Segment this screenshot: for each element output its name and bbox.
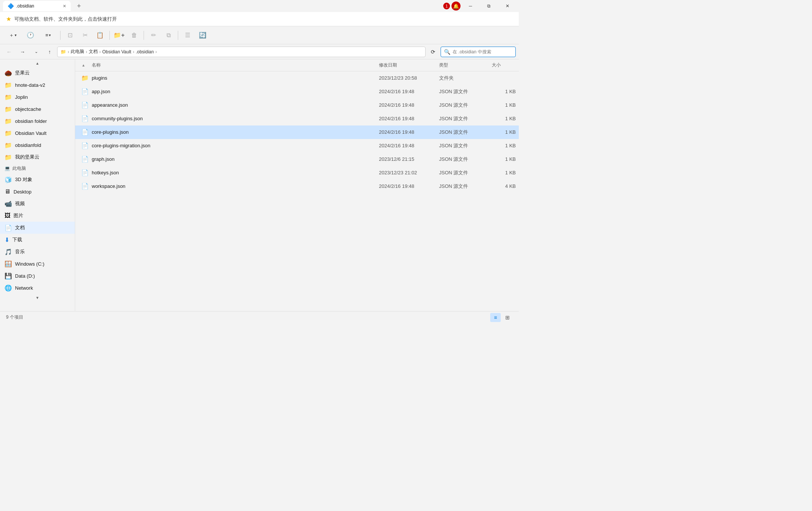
breadcrumb-thispc[interactable]: 此电脑 xyxy=(71,48,84,55)
file-icon: 📄 xyxy=(81,88,89,95)
sidebar-item-obsidianfold[interactable]: 📁 obsidianfold xyxy=(0,139,75,151)
new-button[interactable]: ＋ ▾ xyxy=(3,28,23,42)
col-header-name[interactable]: 名称 xyxy=(89,59,376,71)
close-button[interactable]: ✕ xyxy=(499,0,516,12)
file-cell-size: 1 KB xyxy=(489,116,519,121)
sidebar-item-jianguoyun[interactable]: 🌰 坚果云 xyxy=(0,67,75,79)
sidebar-item-joplin[interactable]: 📁 Joplin xyxy=(0,91,75,103)
tab[interactable]: 🔷 .obsidian ✕ xyxy=(3,1,71,11)
up-button[interactable]: ↑ xyxy=(44,46,56,58)
sidebar-item-my-jianguoyun[interactable]: 📁 我的坚果云 xyxy=(0,151,75,163)
sidebar-item-documents[interactable]: 📄 文档 xyxy=(0,222,75,234)
sidebar-item-windows-c[interactable]: 🪟 Windows (C:) xyxy=(0,258,75,270)
sidebar-item-3d[interactable]: 🧊 3D 对象 xyxy=(0,174,75,186)
file-cell-name: 📄 core-plugins-migration.json xyxy=(78,142,376,149)
tab-close-button[interactable]: ✕ xyxy=(63,4,66,9)
minimize-button[interactable]: ─ xyxy=(462,0,479,12)
file-row[interactable]: 📁 plugins 2023/12/23 20:58 文件夹 xyxy=(75,71,519,85)
hnote-icon: 📁 xyxy=(5,82,12,89)
sidebar-label-jianguoyun: 坚果云 xyxy=(15,70,30,76)
properties-button[interactable]: ☰ xyxy=(180,28,195,42)
copy-button[interactable]: ⊡ xyxy=(63,28,77,42)
back-button[interactable]: ← xyxy=(3,46,15,58)
file-cell-date: 2024/2/16 19:48 xyxy=(376,116,436,121)
documents-icon: 📄 xyxy=(5,224,12,231)
delete-button[interactable]: 🗑 xyxy=(127,28,141,42)
file-row[interactable]: 📄 core-plugins-migration.json 2024/2/16 … xyxy=(75,139,519,153)
sidebar-label-data-d: Data (D:) xyxy=(15,273,35,279)
sidebar-item-video[interactable]: 📹 视频 xyxy=(0,198,75,210)
breadcrumb-obsidian[interactable]: .obsidian xyxy=(136,49,154,54)
file-row[interactable]: 📄 hotkeys.json 2023/12/23 21:02 JSON 源文件… xyxy=(75,166,519,180)
file-cell-size: 1 KB xyxy=(489,156,519,162)
sidebar-item-hnote[interactable]: 📁 hnote-data-v2 xyxy=(0,79,75,91)
file-cell-name: 📄 app.json xyxy=(78,88,376,95)
detail-view-button[interactable]: ≡ xyxy=(490,313,501,322)
paste-button[interactable]: 📋 xyxy=(93,28,107,42)
refresh-toolbar-button[interactable]: 🔄 xyxy=(195,28,210,42)
sidebar-label-obsidian-folder: obsidian folder xyxy=(15,118,47,124)
sidebar-item-objectcache[interactable]: 📁 objectcache xyxy=(0,103,75,115)
item-count: 9 个项目 xyxy=(6,314,23,321)
sidebar-item-obsidian-vault[interactable]: 📁 Obsidian Vault xyxy=(0,127,75,139)
file-cell-name: 📄 workspace.json xyxy=(78,183,376,190)
col-date-label: 修改日期 xyxy=(379,62,397,68)
col-size-label: 大小 xyxy=(492,62,501,68)
cut-button[interactable]: ✂ xyxy=(78,28,92,42)
file-cell-size: 4 KB xyxy=(489,183,519,189)
sidebar-scroll-down[interactable]: ▼ xyxy=(0,294,75,301)
new-folder-button[interactable]: 📁+ xyxy=(112,28,126,42)
tile-view-button[interactable]: ⊞ xyxy=(502,313,513,322)
file-cell-type: 文件夹 xyxy=(436,75,489,82)
breadcrumb-documents[interactable]: 文档 xyxy=(89,48,98,55)
sidebar-scroll-up[interactable]: ▲ xyxy=(0,59,75,67)
sidebar-item-desktop[interactable]: 🖥 Desktop xyxy=(0,186,75,198)
sidebar-item-music[interactable]: 🎵 音乐 xyxy=(0,246,75,258)
col-header-type[interactable]: 类型 xyxy=(436,59,489,71)
sidebar-item-data-d[interactable]: 💾 Data (D:) xyxy=(0,270,75,282)
file-row[interactable]: 📄 appearance.json 2024/2/16 19:48 JSON 源… xyxy=(75,98,519,112)
file-cell-type: JSON 源文件 xyxy=(436,142,489,149)
file-row[interactable]: 📄 community-plugins.json 2024/2/16 19:48… xyxy=(75,112,519,125)
sidebar-item-network[interactable]: 🌐 Network xyxy=(0,282,75,294)
objectcache-icon: 📁 xyxy=(5,106,12,113)
file-row[interactable]: 📄 app.json 2024/2/16 19:48 JSON 源文件 1 KB xyxy=(75,85,519,98)
thispc-section-label: 此电脑 xyxy=(12,165,26,172)
history-button[interactable]: 🕐 xyxy=(23,28,38,42)
breadcrumb-arrow-5: › xyxy=(155,49,157,54)
file-cell-type: JSON 源文件 xyxy=(436,129,489,136)
sidebar-item-obsidian-folder[interactable]: 📁 obsidian folder xyxy=(0,115,75,127)
col-header-size[interactable]: 大小 xyxy=(489,59,519,71)
banner-text: 可拖动文档、软件、文件夹到此，点击快速打开 xyxy=(14,16,117,23)
view-button[interactable]: ≡ ▾ xyxy=(38,28,58,42)
breadcrumb-vault[interactable]: Obsidian Vault xyxy=(102,49,131,54)
search-input[interactable] xyxy=(453,49,505,54)
main-layout: ▲ 🌰 坚果云 📁 hnote-data-v2 📁 Joplin 📁 objec… xyxy=(0,59,519,311)
file-cell-date: 2023/12/6 21:15 xyxy=(376,156,436,162)
file-row[interactable]: 📄 workspace.json 2024/2/16 19:48 JSON 源文… xyxy=(75,180,519,193)
file-cell-name: 📄 appearance.json xyxy=(78,101,376,109)
sidebar-item-pictures[interactable]: 🖼 图片 xyxy=(0,210,75,222)
sidebar-label-obsidianfold: obsidianfold xyxy=(15,142,41,148)
file-row[interactable]: 📄 core-plugins.json 2024/2/16 19:48 JSON… xyxy=(75,125,519,139)
restore-button[interactable]: ⧉ xyxy=(480,0,497,12)
obsidianfold-icon: 📁 xyxy=(5,142,12,149)
new-icon: ＋ xyxy=(9,32,14,39)
view-icon: ≡ xyxy=(45,32,48,38)
3d-icon: 🧊 xyxy=(5,176,12,183)
dropdown-button[interactable]: ⌄ xyxy=(30,46,42,58)
file-row[interactable]: 📄 graph.json 2023/12/6 21:15 JSON 源文件 1 … xyxy=(75,153,519,166)
col-header-date[interactable]: 修改日期 xyxy=(376,59,436,71)
new-tab-button[interactable]: + xyxy=(74,1,84,11)
file-cell-size: 1 KB xyxy=(489,129,519,135)
rename-button[interactable]: ✏ xyxy=(146,28,161,42)
obsidian-vault-icon: 📁 xyxy=(5,130,12,137)
sidebar-label-network: Network xyxy=(15,285,33,291)
forward-button[interactable]: → xyxy=(17,46,29,58)
file-cell-date: 2023/12/23 21:02 xyxy=(376,170,436,175)
sidebar-item-downloads[interactable]: ⬇ 下载 xyxy=(0,234,75,246)
file-cell-size: 1 KB xyxy=(489,170,519,175)
crop-button[interactable]: ⧉ xyxy=(161,28,176,42)
sidebar-section-thispc[interactable]: 💻 此电脑 xyxy=(0,163,75,174)
refresh-address-button[interactable]: ⟳ xyxy=(427,46,439,58)
